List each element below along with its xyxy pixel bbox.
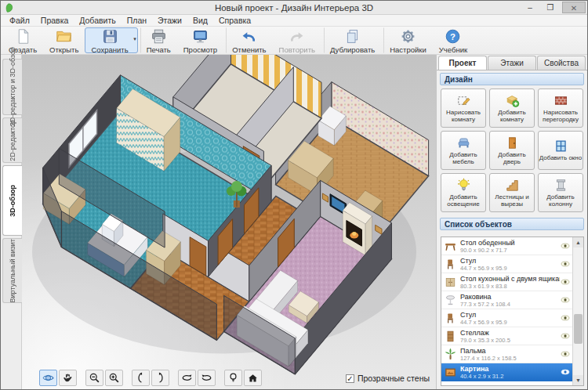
menu-item[interactable]: Вид [187, 16, 213, 25]
visibility-toggle-icon[interactable] [560, 330, 571, 341]
design-tool-button[interactable]: Добавить колонну [538, 173, 583, 212]
visibility-toggle-icon[interactable] [560, 385, 571, 385]
design-tool-button[interactable]: Добавить мебель [441, 131, 486, 170]
main-area: 2D-редактор и 3D-обзор 2D-редактор 3D-об… [1, 55, 587, 389]
visibility-toggle-icon[interactable] [560, 294, 571, 305]
checkbox-icon[interactable]: ✓ [346, 374, 354, 383]
object-list-scrollbar[interactable]: ▲ ▼ [572, 237, 583, 385]
object-list-item[interactable]: Стол кухонный с двумя ящиками 80.3 x 61.… [441, 273, 572, 291]
viewport-tool-button[interactable] [244, 370, 262, 386]
menu-item[interactable]: Справка [213, 16, 256, 25]
menu-item[interactable]: Добавить [74, 16, 121, 25]
panel-tabs: ПроектЭтажиСвойства [437, 55, 587, 70]
viewport-tool-button[interactable] [151, 370, 169, 386]
panel-tab[interactable]: Этажи [488, 56, 536, 70]
dropdown-caret-icon[interactable]: ▾ [133, 36, 136, 42]
view-mode-tab[interactable]: 2D-редактор [2, 117, 22, 163]
viewport-tool-button[interactable] [132, 370, 150, 386]
design-tool-label: Нарисовать перегородку [539, 110, 583, 124]
toolbar-button[interactable]: Дублировать [324, 27, 381, 53]
visibility-toggle-icon[interactable] [560, 240, 571, 251]
design-tool-button[interactable]: Нарисовать комнату [441, 88, 486, 128]
design-tool-button[interactable]: Добавить окно [538, 131, 583, 170]
design-tool-button[interactable]: Нарисовать перегородку [538, 88, 583, 128]
minimize-button[interactable]: – [521, 2, 539, 13]
object-thumbnail-icon [444, 348, 457, 361]
scroll-down-arrow-icon[interactable]: ▼ [573, 375, 583, 385]
menu-item[interactable]: Этажи [152, 16, 187, 25]
visibility-toggle-icon[interactable] [560, 367, 571, 377]
main-toolbar: Создать Открыть Сохранить ▾ Печать Просм… [1, 27, 587, 55]
right-panel: ПроектЭтажиСвойства Дизайн Нарисовать ко… [436, 55, 587, 389]
design-tool-label: Добавить колонну [539, 194, 583, 208]
design-tool-icon [505, 93, 520, 108]
toolbar-button-icon [400, 28, 416, 45]
viewport-tool-button[interactable] [198, 370, 216, 386]
toolbar-button[interactable]: Настройки [383, 27, 433, 53]
design-tool-icon [554, 139, 568, 153]
toolbar-button-label: Открыть [49, 45, 78, 54]
viewport-tool-button[interactable] [224, 370, 242, 386]
viewport-tool-button[interactable] [39, 370, 57, 386]
view-mode-tab[interactable]: Виртуальный визит [2, 238, 22, 303]
design-tool-button[interactable]: Добавить дверь [489, 131, 535, 170]
menu-item[interactable]: Правка [35, 16, 74, 25]
toolbar-button[interactable]: ? Учебник [433, 27, 474, 53]
toolbar-button-label: Дублировать [330, 45, 375, 54]
toolbar-button[interactable]: Повторить [273, 27, 321, 53]
3d-scene[interactable] [22, 55, 437, 389]
view-mode-tab[interactable]: 3D-обзор [2, 165, 22, 236]
maximize-button[interactable]: ❒ [542, 2, 559, 13]
transparent-walls-checkbox[interactable]: ✓ Прозрачные стены [346, 374, 430, 383]
design-tool-label: Добавить комнату [490, 110, 534, 124]
toolbar-button[interactable]: Печать [140, 27, 177, 53]
scroll-up-arrow-icon[interactable]: ▲ [573, 237, 583, 247]
object-list-item[interactable]: Стол обеденный 90.0 x 90.2 x 71.7 [441, 237, 572, 255]
object-list-item[interactable]: Стул 44.7 x 56.9 x 95.9 [441, 309, 572, 327]
object-list-item[interactable]: Картина [441, 381, 572, 385]
design-tool-icon [456, 135, 471, 150]
close-button[interactable]: ✕ [562, 2, 586, 13]
view-mode-tab[interactable]: 2D-редактор и 3D-обзор [2, 59, 22, 115]
menu-item[interactable]: Файл [4, 16, 35, 25]
object-dimensions: 90.0 x 90.2 x 71.7 [460, 247, 560, 254]
panel-tab[interactable]: Проект [438, 56, 487, 70]
viewport-tool-button[interactable] [59, 370, 77, 386]
object-dimensions: 79.0 x 35.3 x 200.5 [460, 337, 560, 344]
design-section-header: Дизайн [440, 73, 584, 85]
toolbar-button[interactable]: Просмотр [177, 27, 223, 53]
toolbar-button[interactable]: Открыть [43, 27, 85, 53]
object-thumbnail-icon [444, 330, 457, 343]
design-tool-button[interactable]: Лестницы и вырезы [489, 173, 535, 212]
object-list-item[interactable]: Пальма 127.4 x 116.2 x 158.5 [441, 345, 572, 363]
menu-item[interactable]: План [122, 16, 152, 25]
design-tool-button[interactable]: Добавить освещение [441, 173, 486, 212]
object-thumbnail-icon [444, 312, 457, 325]
viewport-tool-button[interactable] [105, 370, 123, 386]
visibility-toggle-icon[interactable] [560, 258, 571, 269]
viewport-tool-icon [181, 372, 193, 384]
toolbar-button[interactable]: Сохранить ▾ [85, 27, 137, 53]
visibility-toggle-icon[interactable] [560, 312, 571, 323]
visibility-toggle-icon[interactable] [560, 348, 571, 359]
title-bar: Новый проект - Дизайн Интерьера 3D – ❒ ✕ [1, 1, 587, 15]
panel-tab[interactable]: Свойства [537, 56, 586, 70]
viewport-tool-button[interactable] [85, 370, 103, 386]
viewport-tool-button[interactable] [178, 370, 196, 386]
view-mode-tab-label: 3D-обзор [9, 185, 16, 217]
design-tool-icon [456, 178, 471, 193]
object-list: Стол обеденный 90.0 x 90.2 x 71.7 Стул 4… [441, 237, 572, 385]
view-mode-tab-label: Виртуальный визит [9, 239, 16, 302]
object-list-item[interactable]: Картина 40.4 x 2.9 x 31.2 [441, 363, 572, 381]
scrollbar-thumb[interactable] [574, 314, 583, 344]
object-list-item[interactable]: Стеллаж 79.0 x 35.3 x 200.5 [441, 327, 572, 345]
toolbar-button[interactable]: Отменить [226, 27, 272, 53]
view-mode-tab-label: 2D-редактор и 3D-обзор [9, 47, 16, 126]
viewport-tool-icon [108, 372, 120, 384]
object-list-item[interactable]: Стул 44.7 x 56.9 x 95.9 [441, 255, 572, 273]
object-dimensions: 80.3 x 61.9 x 83.8 [460, 283, 560, 290]
toolbar-button-icon: ? [445, 28, 461, 45]
object-list-item[interactable]: Раковина 77.3 x 57.2 x 108.4 [441, 291, 572, 309]
visibility-toggle-icon[interactable] [560, 276, 571, 287]
design-tool-button[interactable]: Добавить комнату [489, 88, 535, 128]
